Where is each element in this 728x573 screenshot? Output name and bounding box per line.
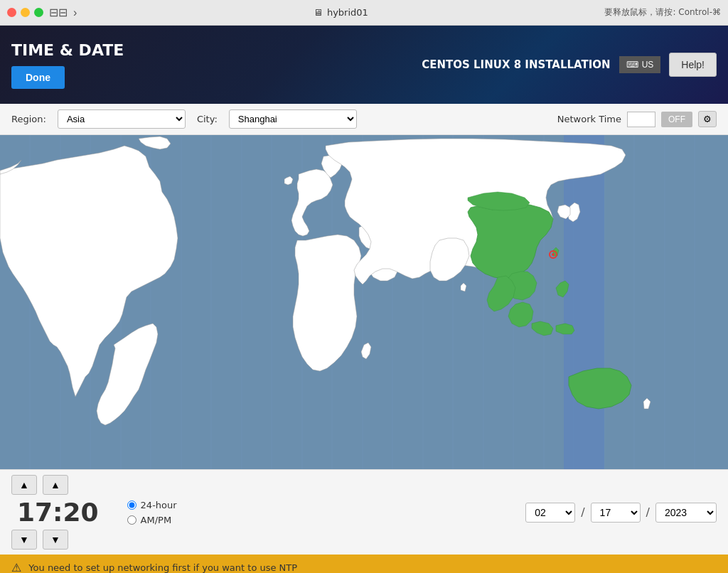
help-button[interactable]: Help!	[669, 53, 717, 77]
page-title: TIME & DATE	[11, 41, 124, 59]
ntp-settings-button[interactable]: ⚙	[698, 111, 717, 127]
map-container[interactable]	[0, 135, 728, 469]
day-select[interactable]: 01 10 15 17 20 28	[591, 503, 641, 523]
ntp-server-input[interactable]	[627, 112, 655, 127]
back-button[interactable]: ⊟⊟	[49, 6, 68, 19]
gear-icon: ⚙	[703, 114, 712, 124]
minutes-down-button[interactable]: ▼	[43, 530, 68, 550]
fullscreen-button[interactable]	[34, 8, 43, 17]
format-ampm-radio[interactable]	[127, 515, 136, 525]
header-left: TIME & DATE Done	[11, 41, 124, 89]
ntp-toggle-button[interactable]: OFF	[661, 112, 692, 127]
format-24h-radio[interactable]	[127, 500, 136, 510]
warning-icon: ⚠	[11, 561, 21, 574]
traffic-lights	[7, 8, 43, 17]
done-button[interactable]: Done	[11, 66, 65, 89]
time-display: 17:20	[17, 498, 99, 527]
city-select[interactable]: Shanghai Beijing Tokyo Seoul Hong_Kong	[229, 109, 357, 129]
minimize-button[interactable]	[21, 8, 30, 17]
header: TIME & DATE Done CENTOS LINUX 8 INSTALLA…	[0, 26, 728, 104]
chevron-down-icon: ▼	[19, 534, 29, 545]
window-icon: 🖥	[314, 7, 323, 18]
format-ampm-text: AM/PM	[141, 515, 172, 525]
hours-up-button[interactable]: ▲	[11, 475, 37, 495]
toolbar: Region: Asia Africa America Europe Pacif…	[0, 104, 728, 135]
minutes-up-button[interactable]: ▲	[43, 475, 68, 495]
hours-down-button[interactable]: ▼	[11, 530, 37, 550]
network-time-section: Network Time OFF ⚙	[557, 111, 717, 127]
bottom-controls: ▲ ▲ 17:20 ▼ ▼ 24-hour AM/PM	[0, 469, 728, 555]
format-ampm-label[interactable]: AM/PM	[127, 515, 177, 525]
keyboard-icon: ⌨	[626, 60, 638, 70]
header-right: CENTOS LINUX 8 INSTALLATION ⌨ US Help!	[422, 53, 717, 77]
date-separator-2: /	[646, 505, 650, 519]
format-24h-text: 24-hour	[141, 500, 177, 510]
format-24h-label[interactable]: 24-hour	[127, 500, 177, 510]
window-title: hybrid01	[327, 7, 368, 18]
chevron-up-icon: ▲	[19, 479, 29, 491]
region-label: Region:	[11, 114, 46, 124]
network-time-label: Network Time	[557, 114, 621, 124]
spinner-down-row: ▼ ▼	[11, 530, 105, 550]
chevron-up-icon-2: ▲	[50, 479, 60, 491]
svg-rect-24	[564, 135, 604, 469]
keyboard-layout-button[interactable]: ⌨ US	[619, 56, 661, 73]
date-separator-1: /	[581, 505, 584, 519]
spinner-up-row: ▲ ▲	[11, 475, 105, 495]
region-select[interactable]: Asia Africa America Europe Pacific	[58, 109, 186, 129]
keyboard-layout-label: US	[642, 60, 654, 70]
month-select[interactable]: 01 02 03 04 05 06 07 08 09 10 11 12	[525, 503, 575, 523]
format-options: 24-hour AM/PM	[127, 500, 177, 525]
world-map[interactable]	[0, 135, 728, 469]
keyboard-hint: 要释放鼠标，请按: Control-⌘	[604, 6, 721, 18]
chevron-down-icon-2: ▼	[50, 534, 60, 545]
time-spinners: ▲ ▲ 17:20 ▼ ▼	[11, 475, 105, 550]
warning-bar: ⚠ You need to set up networking first if…	[0, 555, 728, 573]
date-section: 01 02 03 04 05 06 07 08 09 10 11 12 / 01…	[525, 503, 717, 523]
warning-text: You need to set up networking first if y…	[28, 562, 297, 573]
year-select[interactable]: 2020 2021 2022 2023 2024 2025	[655, 503, 717, 523]
centos-title: CENTOS LINUX 8 INSTALLATION	[422, 58, 610, 71]
svg-point-26	[552, 253, 555, 256]
forward-button[interactable]: ›	[73, 6, 77, 19]
close-button[interactable]	[7, 8, 16, 17]
titlebar: ⊟⊟ › 🖥 hybrid01 要释放鼠标，请按: Control-⌘	[0, 0, 728, 26]
city-label: City:	[197, 114, 218, 124]
